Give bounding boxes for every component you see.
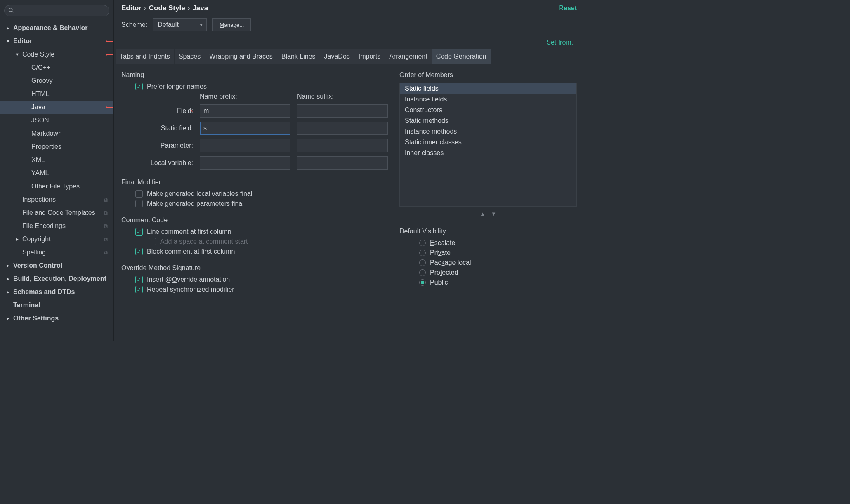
final-checkbox[interactable] — [135, 200, 143, 207]
tree-item-spelling[interactable]: Spelling⧉ — [0, 246, 113, 259]
tree-item-markdown[interactable]: Markdown — [0, 127, 113, 140]
tree-label: Inspections — [22, 196, 104, 203]
tab-javadoc[interactable]: JavaDoc — [320, 49, 354, 64]
tree-item-groovy[interactable]: Groovy — [0, 74, 113, 87]
visibility-label: Protected — [430, 269, 458, 276]
order-item[interactable]: Instance fields — [400, 94, 576, 105]
order-item[interactable]: Instance methods — [400, 126, 576, 137]
order-item[interactable]: Inner classes — [400, 148, 576, 158]
visibility-option[interactable]: Protected — [419, 269, 577, 276]
move-up-icon[interactable]: ▲ — [480, 211, 485, 217]
add-space-checkbox[interactable] — [149, 238, 156, 245]
tab-tabs-and-indents[interactable]: Tabs and Indents — [116, 49, 175, 64]
tree-item-c-c-[interactable]: C/C++ — [0, 61, 113, 74]
name-suffix-input[interactable] — [297, 122, 388, 135]
name-prefix-input[interactable] — [200, 139, 290, 152]
tree-item-build-execution-deployment[interactable]: ►Build, Execution, Deployment — [0, 272, 113, 285]
manage-button[interactable]: Manage... — [212, 18, 251, 31]
name-suffix-input[interactable] — [297, 156, 388, 170]
tab-imports[interactable]: Imports — [354, 49, 385, 64]
visibility-option[interactable]: Private — [419, 249, 577, 257]
visibility-option[interactable]: Public — [419, 279, 577, 286]
tree-item-file-and-code-templates[interactable]: File and Code Templates⧉ — [0, 206, 113, 219]
tree-item-code-style[interactable]: ▼Code Style⟵ — [0, 48, 113, 61]
settings-sidebar: ►Appearance & Behavior▼Editor⟵▼Code Styl… — [0, 0, 114, 341]
main-panel: Editor›Code Style›Java Reset Scheme: Def… — [114, 0, 584, 341]
scheme-select[interactable]: Default ▼ — [153, 18, 207, 31]
prefer-longer-names-checkbox[interactable] — [135, 83, 143, 90]
tree-label: Build, Execution, Deployment — [13, 275, 113, 283]
final-checkbox[interactable] — [135, 190, 143, 198]
tree-item-inspections[interactable]: Inspections⧉ — [0, 193, 113, 206]
naming-row-label: Local variable: — [135, 159, 193, 167]
tab-code-generation[interactable]: Code Generation — [432, 49, 491, 64]
tree-item-file-encodings[interactable]: File Encodings⧉ — [0, 219, 113, 233]
tab-wrapping-and-braces[interactable]: Wrapping and Braces — [205, 49, 277, 64]
tab-spaces[interactable]: Spaces — [175, 49, 205, 64]
visibility-option[interactable]: Package local — [419, 259, 577, 266]
tab-arrangement[interactable]: Arrangement — [385, 49, 432, 64]
annotation-arrow-icon: ⟶ — [185, 108, 193, 114]
comment-code-title: Comment Code — [121, 217, 388, 224]
move-down-icon[interactable]: ▼ — [491, 211, 496, 217]
tree-item-copyright[interactable]: ►Copyright⧉ — [0, 233, 113, 246]
tree-item-json[interactable]: JSON — [0, 114, 113, 127]
name-prefix-input[interactable] — [200, 156, 290, 170]
tree-label: Properties — [31, 143, 113, 151]
scheme-label: Scheme: — [121, 21, 147, 28]
tree-label: Schemas and DTDs — [13, 288, 113, 296]
tree-item-properties[interactable]: Properties — [0, 140, 113, 153]
copy-icon: ⧉ — [104, 210, 108, 217]
radio-icon — [419, 279, 426, 286]
set-from-link[interactable]: Set from... — [546, 39, 577, 46]
visibility-label: Private — [430, 249, 451, 257]
visibility-option[interactable]: Escalate — [419, 239, 577, 247]
tree-item-other-file-types[interactable]: Other File Types — [0, 180, 113, 193]
tree-item-xml[interactable]: XML — [0, 153, 113, 167]
repeat-sync-label: Repeat synchronized modifier — [147, 286, 234, 293]
tree-item-yaml[interactable]: YAML — [0, 167, 113, 180]
annotation-arrow-icon: ⟵ — [106, 104, 113, 111]
tree-label: Version Control — [13, 262, 113, 269]
order-item[interactable]: Static methods — [400, 115, 576, 126]
block-comment-checkbox[interactable] — [135, 248, 143, 255]
order-item[interactable]: Static fields — [400, 83, 576, 94]
naming-row-label: Field: — [135, 107, 193, 115]
line-comment-checkbox[interactable] — [135, 228, 143, 236]
reset-link[interactable]: Reset — [559, 5, 577, 12]
tree-item-terminal[interactable]: Terminal — [0, 299, 113, 312]
copy-icon: ⧉ — [104, 236, 108, 243]
radio-icon — [419, 240, 426, 246]
tree-label: Other File Types — [31, 183, 113, 190]
tree-item-other-settings[interactable]: ►Other Settings — [0, 312, 113, 325]
tree-item-editor[interactable]: ▼Editor⟵ — [0, 35, 113, 48]
tab-blank-lines[interactable]: Blank Lines — [277, 49, 320, 64]
annotation-arrow-icon: ⟵ — [106, 52, 113, 58]
tree-label: XML — [31, 156, 113, 164]
tree-item-appearance-behavior[interactable]: ►Appearance & Behavior — [0, 21, 113, 35]
tree-label: Code Style — [22, 51, 102, 58]
radio-icon — [419, 269, 426, 276]
tree-item-html[interactable]: HTML — [0, 87, 113, 101]
repeat-sync-checkbox[interactable] — [135, 286, 143, 293]
insert-override-label: Insert @Override annotation — [147, 276, 230, 283]
annotation-arrow-icon: ⟵ — [106, 38, 113, 45]
tree-label: Groovy — [31, 77, 113, 85]
add-space-label: Add a space at comment start — [160, 238, 248, 245]
tree-item-schemas-and-dtds[interactable]: ►Schemas and DTDs — [0, 285, 113, 299]
name-suffix-input[interactable] — [297, 104, 388, 118]
order-list[interactable]: Static fieldsInstance fieldsConstructors… — [399, 83, 577, 207]
tree-item-version-control[interactable]: ►Version Control — [0, 259, 113, 272]
insert-override-checkbox[interactable] — [135, 276, 143, 283]
order-of-members-title: Order of Members — [399, 71, 577, 79]
copy-icon: ⧉ — [104, 196, 108, 203]
search-input[interactable] — [4, 5, 109, 16]
tree-label: Terminal — [13, 301, 113, 309]
order-item[interactable]: Static inner classes — [400, 137, 576, 148]
name-suffix-input[interactable] — [297, 139, 388, 152]
name-prefix-input[interactable] — [200, 122, 290, 135]
tree-label: File and Code Templates — [22, 209, 104, 217]
name-prefix-input[interactable] — [200, 104, 290, 118]
tree-item-java[interactable]: Java⟵ — [0, 101, 113, 114]
order-item[interactable]: Constructors — [400, 105, 576, 115]
